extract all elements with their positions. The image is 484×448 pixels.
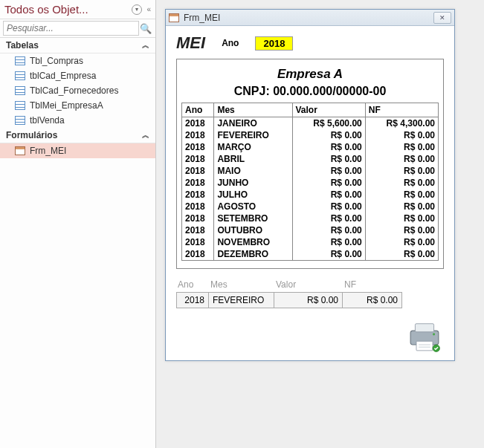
nav-item-tblvenda[interactable]: tblVenda — [0, 113, 155, 128]
nav-item-label: tblCad_Empresa — [30, 71, 96, 81]
form-window-frm-mei: Frm_MEI ✕ MEI Ano 2018 Empresa A CNPJ: 0… — [165, 9, 455, 361]
cell-nf: R$ 0.00 — [365, 141, 438, 153]
form-window-title: Frm_MEI — [184, 13, 433, 23]
nav-item-frm-mei[interactable]: Frm_MEI — [0, 143, 155, 158]
nav-title[interactable]: Todos os Objet... — [4, 3, 129, 16]
search-row: 🔍 — [0, 19, 155, 38]
cell-ano: 2018 — [182, 117, 214, 130]
collapse-pane-icon[interactable]: « — [146, 5, 151, 13]
cell-mes: OUTUBRO — [214, 224, 292, 236]
search-input[interactable] — [3, 21, 139, 36]
footer-summary: Ano Mes Valor NF 2018 FEVEREIRO R$ 0.00 … — [176, 279, 444, 308]
data-table: Ano Mes Valor NF 2018JANEIROR$ 5,600.00R… — [181, 103, 439, 261]
table-row[interactable]: 2018DEZEMBROR$ 0.00R$ 0.00 — [182, 248, 439, 261]
cell-ano: 2018 — [182, 153, 214, 165]
cell-ano: 2018 — [182, 177, 214, 189]
form-header-row: MEI Ano 2018 — [176, 33, 444, 53]
table-row[interactable]: 2018JULHOR$ 0.00R$ 0.00 — [182, 189, 439, 201]
form-body: MEI Ano 2018 Empresa A CNPJ: 00.000.000/… — [166, 26, 454, 360]
col-header-ano: Ano — [182, 103, 214, 117]
nav-item-label: TblCad_Fornecedores — [30, 85, 118, 96]
nav-item-tblcad-empresa[interactable]: tblCad_Empresa — [0, 68, 155, 83]
form-icon — [169, 13, 179, 22]
close-button[interactable]: ✕ — [433, 12, 451, 24]
footer-cell-ano[interactable]: 2018 — [176, 292, 209, 308]
chevron-down-icon[interactable]: ▾ — [132, 4, 142, 15]
ano-label: Ano — [222, 38, 239, 48]
cell-mes: JANEIRO — [214, 117, 292, 130]
form-icon — [15, 146, 25, 155]
footer-labels: Ano Mes Valor NF — [176, 279, 444, 290]
table-icon — [15, 71, 25, 80]
svg-rect-1 — [415, 324, 433, 332]
cell-ano: 2018 — [182, 129, 214, 141]
cell-nf: R$ 0.00 — [365, 177, 438, 189]
empresa-name: Empresa A — [181, 67, 439, 82]
footer-label-nf: NF — [344, 279, 404, 290]
table-row[interactable]: 2018JUNHOR$ 0.00R$ 0.00 — [182, 177, 439, 189]
cell-ano: 2018 — [182, 165, 214, 177]
mei-title: MEI — [176, 33, 205, 53]
cell-ano: 2018 — [182, 212, 214, 224]
cell-valor: R$ 0.00 — [292, 141, 365, 153]
table-row[interactable]: 2018MAIOR$ 0.00R$ 0.00 — [182, 165, 439, 177]
cell-valor: R$ 0.00 — [292, 165, 365, 177]
table-row[interactable]: 2018AGOSTOR$ 0.00R$ 0.00 — [182, 201, 439, 212]
chevron-up-icon: ︽ — [142, 40, 149, 51]
footer-cell-nf[interactable]: R$ 0.00 — [343, 292, 402, 308]
nav-item-tblcad-fornecedores[interactable]: TblCad_Fornecedores — [0, 83, 155, 98]
table-row[interactable]: 2018JANEIROR$ 5,600.00R$ 4,300.00 — [182, 117, 439, 130]
nav-item-tbl-compras[interactable]: Tbl_Compras — [0, 53, 155, 68]
cell-ano: 2018 — [182, 236, 214, 248]
form-titlebar[interactable]: Frm_MEI ✕ — [166, 10, 454, 26]
group-header-tabelas[interactable]: Tabelas ︽ — [0, 38, 155, 53]
cell-ano: 2018 — [182, 248, 214, 261]
report-frame: Empresa A CNPJ: 00.000.000/00000-00 Ano … — [176, 59, 444, 269]
cell-valor: R$ 0.00 — [292, 236, 365, 248]
svg-point-5 — [433, 333, 435, 335]
nav-item-tblmei-empresaa[interactable]: TblMei_EmpresaA — [0, 98, 155, 113]
chevron-up-icon: ︽ — [142, 130, 149, 140]
cell-mes: JULHO — [214, 189, 292, 201]
cell-valor: R$ 0.00 — [292, 189, 365, 201]
table-row[interactable]: 2018ABRILR$ 0.00R$ 0.00 — [182, 153, 439, 165]
table-row[interactable]: 2018MARÇOR$ 0.00R$ 0.00 — [182, 141, 439, 153]
cell-nf: R$ 0.00 — [365, 248, 438, 261]
cell-nf: R$ 0.00 — [365, 224, 438, 236]
print-button[interactable] — [405, 320, 444, 353]
cell-nf: R$ 4,300.00 — [365, 117, 438, 130]
footer-cell-mes[interactable]: FEVEREIRO — [209, 292, 274, 308]
ano-input[interactable]: 2018 — [255, 36, 293, 51]
cell-nf: R$ 0.00 — [365, 129, 438, 141]
table-row[interactable]: 2018OUTUBROR$ 0.00R$ 0.00 — [182, 224, 439, 236]
group-label: Tabelas — [6, 40, 39, 51]
footer-cell-valor[interactable]: R$ 0.00 — [274, 292, 343, 308]
cell-valor: R$ 5,600.00 — [292, 117, 365, 130]
cell-nf: R$ 0.00 — [365, 201, 438, 212]
cell-nf: R$ 0.00 — [365, 165, 438, 177]
nav-header: Todos os Objet... ▾ « — [0, 0, 155, 19]
cell-nf: R$ 0.00 — [365, 236, 438, 248]
cell-nf: R$ 0.00 — [365, 212, 438, 224]
search-icon[interactable]: 🔍 — [139, 23, 152, 34]
footer-label-mes: Mes — [210, 279, 276, 290]
cell-valor: R$ 0.00 — [292, 248, 365, 261]
footer-label-ano: Ano — [178, 279, 210, 290]
table-row[interactable]: 2018NOVEMBROR$ 0.00R$ 0.00 — [182, 236, 439, 248]
table-icon — [15, 56, 25, 65]
group-header-formularios[interactable]: Formulários ︽ — [0, 128, 155, 143]
cell-nf: R$ 0.00 — [365, 189, 438, 201]
cell-ano: 2018 — [182, 224, 214, 236]
cell-valor: R$ 0.00 — [292, 224, 365, 236]
cell-valor: R$ 0.00 — [292, 201, 365, 212]
content-area: Frm_MEI ✕ MEI Ano 2018 Empresa A CNPJ: 0… — [156, 0, 484, 448]
table-row[interactable]: 2018SETEMBROR$ 0.00R$ 0.00 — [182, 212, 439, 224]
col-header-mes: Mes — [214, 103, 292, 117]
svg-rect-2 — [416, 341, 433, 351]
cell-valor: R$ 0.00 — [292, 177, 365, 189]
table-icon — [15, 116, 25, 125]
cell-mes: SETEMBRO — [214, 212, 292, 224]
table-row[interactable]: 2018FEVEREIROR$ 0.00R$ 0.00 — [182, 129, 439, 141]
group-label: Formulários — [6, 130, 57, 140]
nav-item-label: Frm_MEI — [30, 146, 66, 156]
